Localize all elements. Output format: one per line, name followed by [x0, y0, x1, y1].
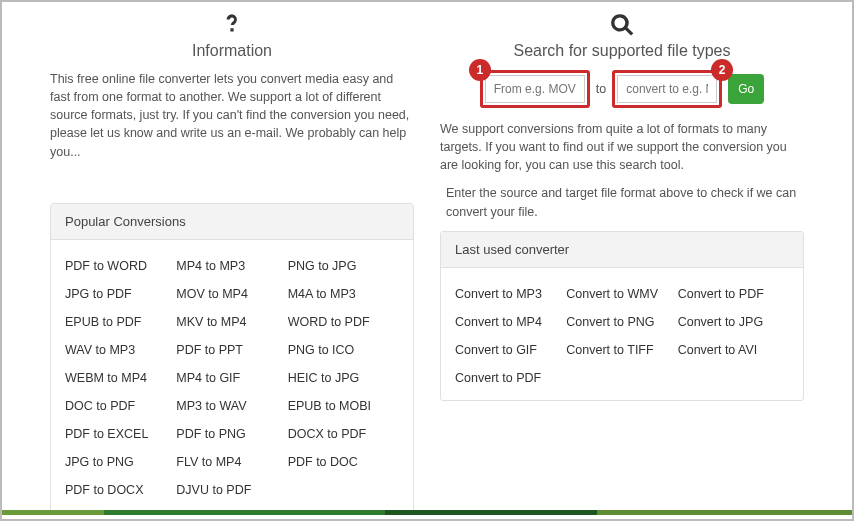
search-row: 1 to 2 Go	[440, 70, 804, 108]
information-title: Information	[50, 42, 414, 60]
conversion-link[interactable]: DOC to PDF	[65, 392, 176, 420]
search-description: We support conversions from quite a lot …	[440, 120, 804, 174]
conversion-link[interactable]: PDF to PNG	[176, 420, 287, 448]
conversion-link[interactable]: MOV to MP4	[176, 280, 287, 308]
conversion-link[interactable]: WAV to MP3	[65, 336, 176, 364]
conversion-link[interactable]: JPG to PDF	[65, 280, 176, 308]
footer-accent-bar	[2, 510, 852, 515]
conversion-link[interactable]: PNG to ICO	[288, 336, 399, 364]
search-header: Search for supported file types	[440, 12, 804, 60]
popular-conversions-title: Popular Conversions	[51, 204, 413, 240]
conversion-link[interactable]: M4A to MP3	[288, 280, 399, 308]
conversion-link[interactable]: Convert to MP4	[455, 308, 566, 336]
to-input-highlight: 2	[612, 70, 722, 108]
conversion-link[interactable]: Convert to GIF	[455, 336, 566, 364]
conversion-link[interactable]: JPG to PNG	[65, 448, 176, 476]
last-used-grid: Convert to MP3Convert to MP4Convert to G…	[455, 280, 789, 392]
last-used-panel: Last used converter Convert to MP3Conver…	[440, 231, 804, 401]
information-header: Information	[50, 12, 414, 60]
conversion-link[interactable]: PDF to WORD	[65, 252, 176, 280]
conversion-link[interactable]: MP4 to MP3	[176, 252, 287, 280]
conversion-link[interactable]: EPUB to PDF	[65, 308, 176, 336]
conversion-link[interactable]: PNG to JPG	[288, 252, 399, 280]
conversion-link[interactable]: WORD to PDF	[288, 308, 399, 336]
conversion-link[interactable]: Convert to MP3	[455, 280, 566, 308]
information-text: This free online file converter lets you…	[50, 70, 414, 161]
conversion-link[interactable]: WEBM to MP4	[65, 364, 176, 392]
conversion-link[interactable]: FLV to MP4	[176, 448, 287, 476]
from-input-highlight: 1	[480, 70, 590, 108]
badge-1: 1	[469, 59, 491, 81]
last-used-title: Last used converter	[441, 232, 803, 268]
conversion-link[interactable]: Convert to PNG	[566, 308, 677, 336]
conversion-link[interactable]: Convert to TIFF	[566, 336, 677, 364]
conversion-link[interactable]: MP3 to WAV	[176, 392, 287, 420]
popular-conversions-panel: Popular Conversions PDF to WORDJPG to PD…	[50, 203, 414, 513]
conversion-link[interactable]: Convert to AVI	[678, 336, 789, 364]
conversion-link[interactable]: EPUB to MOBI	[288, 392, 399, 420]
search-hint: Enter the source and target file format …	[440, 184, 804, 220]
search-title: Search for supported file types	[440, 42, 804, 60]
question-icon	[219, 12, 245, 38]
conversion-link[interactable]: PDF to DOC	[288, 448, 399, 476]
go-button[interactable]: Go	[728, 74, 764, 104]
conversion-link[interactable]: DJVU to PDF	[176, 476, 287, 504]
conversion-link[interactable]: MKV to MP4	[176, 308, 287, 336]
conversion-link[interactable]: MP4 to GIF	[176, 364, 287, 392]
from-input[interactable]	[485, 75, 585, 103]
popular-conversions-grid: PDF to WORDJPG to PDFEPUB to PDFWAV to M…	[65, 252, 399, 504]
to-label: to	[596, 82, 606, 96]
search-icon	[609, 12, 635, 38]
conversion-link[interactable]: Convert to PDF	[678, 280, 789, 308]
conversion-link[interactable]: PDF to EXCEL	[65, 420, 176, 448]
conversion-link[interactable]: Convert to JPG	[678, 308, 789, 336]
conversion-link[interactable]: PDF to PPT	[176, 336, 287, 364]
conversion-link[interactable]: HEIC to JPG	[288, 364, 399, 392]
conversion-link[interactable]: Convert to PDF	[455, 364, 566, 392]
to-input[interactable]	[617, 75, 717, 103]
conversion-link[interactable]: PDF to DOCX	[65, 476, 176, 504]
conversion-link[interactable]: DOCX to PDF	[288, 420, 399, 448]
conversion-link[interactable]: Convert to WMV	[566, 280, 677, 308]
